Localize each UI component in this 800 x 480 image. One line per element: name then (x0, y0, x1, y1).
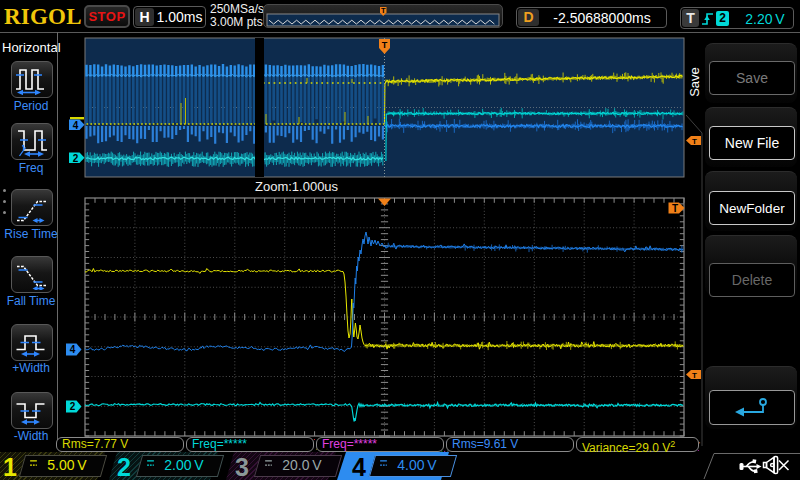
svg-text:4: 4 (70, 344, 76, 355)
svg-text:T: T (381, 6, 386, 15)
svg-text:T: T (672, 203, 678, 214)
svg-text:T: T (692, 137, 697, 146)
svg-text:2: 2 (70, 401, 76, 412)
svg-text:T: T (382, 40, 388, 50)
svg-text:4: 4 (73, 120, 79, 131)
svg-text:2: 2 (73, 153, 79, 164)
